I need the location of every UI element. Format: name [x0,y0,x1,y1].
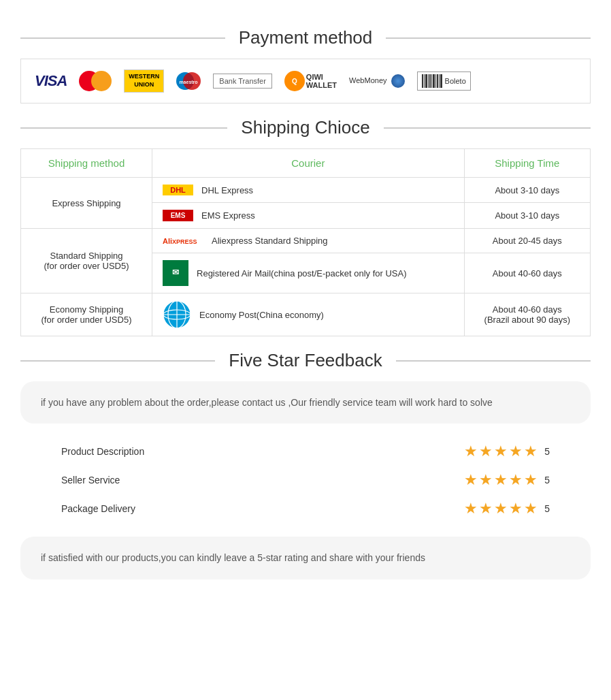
stars-product: ★★★★★ 5 [464,443,550,460]
stars-package: ★★★★★ 5 [464,500,550,518]
western-union-logo: WESTERNUNION [124,69,164,92]
payment-title: Payment method [225,27,386,48]
svg-rect-6 [428,74,429,88]
payment-section-header: Payment method [20,27,591,48]
shipping-section-header: Shipping Chioce [20,117,591,138]
dhl-label: DHL Express [201,185,253,195]
ratings-container: Product Description ★★★★★ 5 Seller Servi… [20,437,591,523]
rating-label-package: Package Delivery [61,503,170,514]
shipping-title: Shipping Chioce [227,117,383,138]
rating-label-seller: Seller Service [61,475,170,486]
rating-num-seller: 5 [544,475,550,486]
mc-yellow-circle [91,71,112,91]
ali-courier-inner: Alixpress Aliexpress Standard Shipping [163,236,454,246]
un-time: About 40-60 days(Brazil about 90 days) [464,293,590,336]
stars-seller: ★★★★★ 5 [464,471,550,489]
rating-label-product: Product Description [61,446,170,457]
dhl-courier-inner: DHL DHL Express [163,185,454,195]
ali-label: Aliexpress Standard Shipping [212,236,328,246]
svg-rect-3 [422,74,423,88]
qiwi-text: QIWIWALLET [306,73,337,89]
feedback-line-right [396,360,591,362]
boleto-logo: Boleto [417,71,471,91]
un-logo [163,300,191,329]
post-time: About 40-60 days [464,253,590,293]
ems-logo: EMS [163,210,193,221]
svg-rect-11 [437,74,438,88]
economy-shipping-method: Economy Shipping(for order under USD5) [21,293,152,336]
rating-num-product: 5 [544,446,550,457]
table-header-row: Shipping method Courier Shipping Time [21,149,591,178]
svg-rect-8 [431,74,432,88]
barcode-icon [422,74,442,88]
qiwi-circle: Q [284,71,305,91]
un-courier-inner: Economy Post(China economy) [163,300,454,329]
ems-courier-cell: EMS EMS Express [152,203,465,229]
svg-text:✉: ✉ [172,268,179,277]
shipping-line-left [20,127,227,129]
shipping-line-right [384,127,591,129]
svg-rect-13 [440,74,442,88]
feedback-message1: if you have any problem about the order,… [41,397,493,408]
ems-time: About 3-10 days [464,203,590,229]
stars-package-icons: ★★★★★ [464,500,539,518]
mastercard-logo [79,71,112,91]
un-label: Economy Post(China economy) [199,310,324,320]
webmoney-globe [391,74,405,88]
svg-text:maestro: maestro [180,80,198,84]
header-line-left [20,37,225,39]
table-row: Express Shipping DHL DHL Express About 3… [21,178,591,203]
stars-product-icons: ★★★★★ [464,443,539,460]
svg-rect-9 [433,74,435,88]
header-line-right [386,37,591,39]
ali-courier-cell: Alixpress Aliexpress Standard Shipping [152,229,465,253]
feedback-line-left [20,360,215,362]
visa-logo: VISA [35,72,67,90]
svg-rect-4 [424,74,425,88]
china-post-logo: ✉ [163,260,188,286]
dhl-time: About 3-10 days [464,178,590,203]
un-courier-cell: Economy Post(China economy) [152,293,465,336]
standard-shipping-method: Standard Shipping(for order over USD5) [21,229,152,293]
rating-package-delivery: Package Delivery ★★★★★ 5 [20,494,591,523]
svg-rect-12 [439,74,440,88]
svg-rect-5 [425,74,427,88]
aliexpress-logo: Alixpress [163,237,203,245]
ems-courier-inner: EMS EMS Express [163,210,454,221]
post-courier-inner: ✉ Registered Air Mail(china post/E-packe… [163,260,454,286]
dhl-logo: DHL [163,185,193,195]
col-header-time: Shipping Time [464,149,590,178]
webmoney-logo: WebMoney [349,74,405,88]
rating-seller-service: Seller Service ★★★★★ 5 [20,466,591,494]
rating-product-description: Product Description ★★★★★ 5 [20,437,591,466]
feedback-message2-box: if satisfied with our products,you can k… [20,537,591,579]
ems-label: EMS Express [201,210,255,221]
stars-seller-icons: ★★★★★ [464,471,539,489]
svg-rect-7 [429,74,431,88]
feedback-message2: if satisfied with our products,you can k… [41,552,425,563]
post-label: Registered Air Mail(china post/E-packet … [197,268,407,279]
shipping-table: Shipping method Courier Shipping Time Ex… [20,148,591,336]
col-header-method: Shipping method [21,149,152,178]
feedback-section-header: Five Star Feedback [20,350,591,371]
table-row: Standard Shipping(for order over USD5) A… [21,229,591,253]
table-row: Economy Shipping(for order under USD5) E… [21,293,591,336]
col-header-courier: Courier [152,149,465,178]
rating-num-package: 5 [544,503,550,514]
qiwi-logo: Q QIWIWALLET [284,71,337,91]
post-courier-cell: ✉ Registered Air Mail(china post/E-packe… [152,253,465,293]
ali-time: About 20-45 days [464,229,590,253]
payment-logos-container: VISA WESTERNUNION maestro Bank Transfer … [20,59,591,104]
feedback-message1-box: if you have any problem about the order,… [20,381,591,424]
dhl-courier-cell: DHL DHL Express [152,178,465,203]
bank-transfer-logo: Bank Transfer [213,74,271,89]
maestro-logo: maestro [176,69,201,93]
express-shipping-method: Express Shipping [21,178,152,229]
page-wrapper: Payment method VISA WESTERNUNION maestro… [0,0,611,607]
svg-rect-10 [435,74,436,88]
feedback-title: Five Star Feedback [215,350,395,371]
